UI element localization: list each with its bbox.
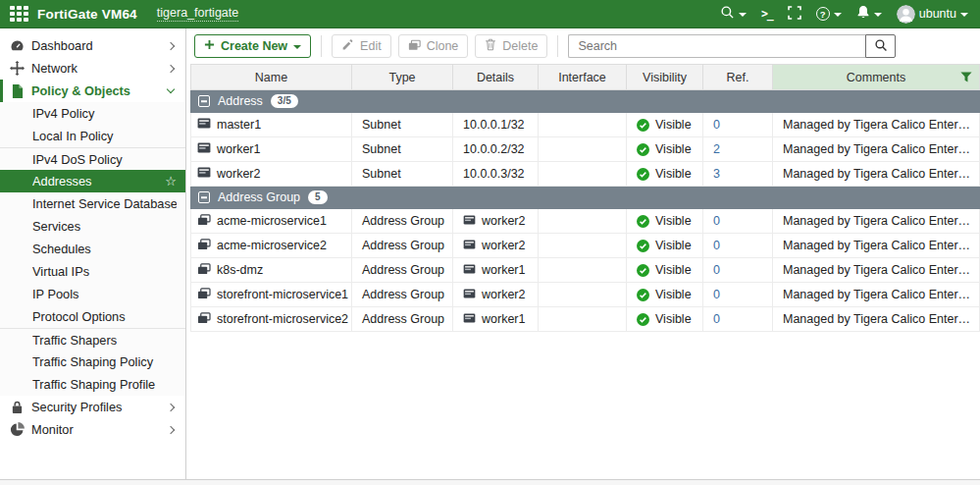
delete-label: Delete <box>502 39 538 53</box>
filter-funnel-icon[interactable] <box>960 72 972 83</box>
table-row[interactable]: k8s-dmz Address Group worker1 Visible 0 … <box>191 258 980 283</box>
visible-check-icon <box>637 143 649 156</box>
address-group-icon <box>197 288 211 302</box>
ref-link[interactable]: 0 <box>713 288 720 301</box>
address-table-wrap: Name Type Details Interface Visibility R… <box>186 64 980 479</box>
ref-link[interactable]: 3 <box>713 167 720 181</box>
search-icon <box>874 38 888 55</box>
chevron-down-icon <box>293 45 301 49</box>
sidebar-item-monitor[interactable]: Monitor <box>0 418 185 441</box>
sidebar-item-label: Services <box>32 219 177 234</box>
sidebar: Dashboard Network Policy & Objects IPv4 … <box>0 28 186 479</box>
column-header-visibility[interactable]: Visibility <box>627 65 703 90</box>
sidebar-item-label: Monitor <box>31 422 168 437</box>
group-header-address-group[interactable]: Address Group 5 <box>191 187 980 209</box>
sidebar-item-traffic-shaping-profile[interactable]: Traffic Shaping Profile <box>0 373 185 396</box>
ref-link[interactable]: 0 <box>713 312 720 326</box>
table-row[interactable]: worker2 Subnet 10.0.0.3/32 Visible 3 Man… <box>191 162 980 187</box>
notifications-button[interactable] <box>856 5 882 23</box>
group-header-address[interactable]: Address 3/5 <box>191 90 980 113</box>
table-header-row: Name Type Details Interface Visibility R… <box>191 65 980 90</box>
product-title: FortiGate VM64 <box>37 7 137 22</box>
fullscreen-button[interactable] <box>788 6 801 23</box>
column-header-type[interactable]: Type <box>352 65 453 90</box>
sidebar-item-ip-pools[interactable]: IP Pools <box>0 283 185 305</box>
sidebar-item-virtual-ips[interactable]: Virtual IPs <box>0 260 185 283</box>
sidebar-item-addresses[interactable]: Addresses ☆ <box>0 170 185 192</box>
delete-button[interactable]: Delete <box>475 34 547 58</box>
ref-link[interactable]: 0 <box>713 214 720 228</box>
column-header-name[interactable]: Name <box>191 65 352 90</box>
column-header-details[interactable]: Details <box>453 65 539 90</box>
help-menu-button[interactable]: ? <box>816 7 842 21</box>
chevron-down-icon <box>874 13 882 17</box>
sidebar-item-ipv4-policy[interactable]: IPv4 Policy <box>0 102 185 125</box>
sidebar-item-network[interactable]: Network <box>0 57 185 80</box>
visibility-label: Visible <box>655 263 692 277</box>
search-submit-button[interactable] <box>865 34 896 58</box>
ref-link[interactable]: 0 <box>713 263 720 277</box>
clone-icon <box>408 39 421 54</box>
search-input[interactable] <box>568 34 865 58</box>
sidebar-item-label: Local In Policy <box>32 129 177 143</box>
edit-button[interactable]: Edit <box>332 34 391 58</box>
chevron-right-icon <box>167 41 175 49</box>
edit-label: Edit <box>360 39 382 53</box>
chevron-right-icon <box>167 425 175 433</box>
content-area: Create New Edit Clone Delete <box>186 28 980 479</box>
username-label: ubuntu <box>919 7 956 21</box>
group-count-badge: 5 <box>308 190 328 204</box>
sidebar-item-protocol-options[interactable]: Protocol Options <box>0 305 185 328</box>
table-row[interactable]: master1 Subnet 10.0.0.1/32 Visible 0 Man… <box>191 113 980 137</box>
vdom-name[interactable]: tigera_fortigate <box>157 6 238 22</box>
column-label: Interface <box>558 71 606 84</box>
clone-button[interactable]: Clone <box>398 34 469 58</box>
favorite-star-icon[interactable]: ☆ <box>165 174 177 189</box>
column-header-comments[interactable]: Comments <box>773 65 980 90</box>
sidebar-item-security-profiles[interactable]: Security Profiles <box>0 396 185 418</box>
table-row[interactable]: worker1 Subnet 10.0.0.2/32 Visible 2 Man… <box>191 137 980 162</box>
type-cell: Subnet <box>352 162 453 187</box>
type-cell: Address Group <box>352 258 453 283</box>
sidebar-item-traffic-shaping-policy[interactable]: Traffic Shaping Policy <box>0 351 185 373</box>
visibility-label: Visible <box>655 239 692 252</box>
user-menu-button[interactable]: ubuntu <box>897 5 968 24</box>
cli-console-button[interactable]: >_ <box>761 7 773 21</box>
ref-link[interactable]: 0 <box>713 239 720 252</box>
sidebar-item-traffic-shapers[interactable]: Traffic Shapers <box>0 328 185 351</box>
ref-link[interactable]: 2 <box>713 142 720 156</box>
sidebar-item-schedules[interactable]: Schedules <box>0 238 185 260</box>
column-header-ref[interactable]: Ref. <box>703 65 773 90</box>
sidebar-item-local-in-policy[interactable]: Local In Policy <box>0 125 185 147</box>
sidebar-item-internet-service-database[interactable]: Internet Service Database <box>0 192 185 215</box>
details-member: worker2 <box>482 239 525 252</box>
sidebar-item-label: Internet Service Database <box>32 196 177 211</box>
table-row[interactable]: storefront-microservice2 Address Group w… <box>191 307 980 332</box>
bottom-scrollbar-track[interactable] <box>0 479 980 485</box>
move-arrows-icon <box>9 61 26 76</box>
column-header-interface[interactable]: Interface <box>539 65 627 90</box>
details-member: worker1 <box>482 312 525 326</box>
column-label: Ref. <box>727 71 749 84</box>
collapse-icon[interactable] <box>198 95 210 107</box>
table-row[interactable]: storefront-microservice1 Address Group w… <box>191 283 980 307</box>
table-row[interactable]: acme-microservice1 Address Group worker2… <box>191 209 980 234</box>
visible-check-icon <box>637 264 649 277</box>
table-row[interactable]: acme-microservice2 Address Group worker2… <box>191 234 980 258</box>
sidebar-item-ipv4-dos-policy[interactable]: IPv4 DoS Policy <box>0 147 185 170</box>
sidebar-item-services[interactable]: Services <box>0 215 185 238</box>
sidebar-item-label: Schedules <box>32 242 177 256</box>
sidebar-item-policy-objects[interactable]: Policy & Objects <box>0 80 185 102</box>
global-search-button[interactable] <box>720 5 747 23</box>
ref-link[interactable]: 0 <box>713 118 720 132</box>
interface-cell <box>539 113 627 137</box>
visible-check-icon <box>637 289 649 301</box>
trash-icon <box>485 38 496 54</box>
sidebar-item-dashboard[interactable]: Dashboard <box>0 34 185 57</box>
collapse-icon[interactable] <box>198 191 210 203</box>
comments-cell: Managed by Tigera Calico Enterprise <box>773 258 980 283</box>
address-name: storefront-microservice2 <box>217 312 348 326</box>
fullscreen-icon <box>788 6 801 23</box>
subnet-icon <box>197 167 211 181</box>
create-new-button[interactable]: Create New <box>194 34 311 58</box>
